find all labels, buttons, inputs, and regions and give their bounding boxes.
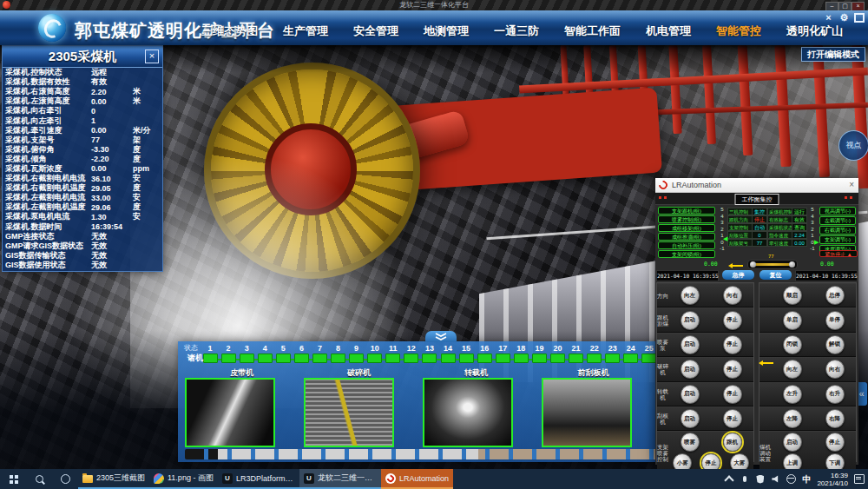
control-button[interactable]: 停止 bbox=[825, 433, 845, 452]
control-button[interactable]: 启动 bbox=[681, 360, 700, 379]
start-button[interactable] bbox=[0, 469, 26, 489]
channel-indicator[interactable]: 5 bbox=[275, 344, 291, 367]
control-button[interactable]: 停止 bbox=[723, 335, 742, 354]
control-button[interactable]: 启动 bbox=[681, 385, 700, 404]
control-button[interactable]: 左升 bbox=[783, 385, 802, 404]
gear-icon[interactable]: ⚙ bbox=[838, 12, 850, 23]
close-icon[interactable]: × bbox=[145, 50, 159, 63]
lr-titlebar[interactable]: LRAutomation × bbox=[655, 178, 858, 193]
channel-indicator[interactable]: 23 bbox=[605, 344, 621, 367]
camera-thumbnail[interactable] bbox=[185, 378, 275, 447]
cortana-button[interactable] bbox=[52, 469, 78, 489]
taskbar-app[interactable]: 2305三维截图 bbox=[78, 469, 149, 489]
edit-mode-button[interactable]: 打开编辑模式 bbox=[801, 47, 865, 62]
channel-indicator[interactable]: 1 bbox=[202, 344, 218, 367]
channel-indicator[interactable]: 14 bbox=[440, 344, 456, 367]
nav-item[interactable]: 生产管理 bbox=[283, 23, 328, 41]
control-button[interactable]: 启动 bbox=[681, 409, 700, 428]
nav-item[interactable]: 安全管理 bbox=[353, 23, 398, 41]
control-button[interactable]: 左降 bbox=[783, 409, 802, 428]
channel-indicator[interactable]: 3 bbox=[239, 344, 254, 367]
adjust-button[interactable]: 右截调节(-) bbox=[819, 226, 856, 235]
tab-workface-control[interactable]: 工作面集控 bbox=[735, 194, 779, 205]
network-tray-icon[interactable] bbox=[786, 473, 796, 486]
control-button[interactable]: 总停 bbox=[825, 286, 845, 305]
security-tray-icon[interactable] bbox=[755, 473, 765, 486]
control-button[interactable]: 右降 bbox=[825, 409, 845, 428]
volume-tray-icon[interactable] bbox=[771, 473, 780, 486]
group-button[interactable]: 成组移架(组) bbox=[658, 224, 715, 232]
control-button[interactable]: 单停 bbox=[825, 311, 845, 330]
control-button[interactable]: 右升 bbox=[825, 385, 845, 404]
estop-quick-button[interactable]: 急停 bbox=[722, 270, 754, 280]
channel-indicator[interactable]: 10 bbox=[367, 344, 383, 367]
panel-header[interactable]: 2305采煤机 × bbox=[3, 46, 162, 68]
taskbar-app[interactable]: 龙软二三维一体化... bbox=[299, 469, 381, 489]
channel-indicator[interactable]: 13 bbox=[422, 344, 437, 367]
shearer-position-widget[interactable] bbox=[747, 260, 798, 269]
tray-expand-button[interactable] bbox=[724, 473, 733, 486]
channel-indicator[interactable]: 21 bbox=[569, 344, 584, 367]
control-button[interactable]: 启动 bbox=[681, 311, 700, 330]
microphone-tray-icon[interactable] bbox=[740, 473, 749, 486]
control-button[interactable]: 顺启 bbox=[783, 286, 802, 305]
control-button[interactable]: 向右 bbox=[723, 286, 742, 305]
control-button[interactable]: 启动 bbox=[681, 335, 700, 354]
channel-indicator[interactable]: 22 bbox=[587, 344, 602, 367]
window-mode-icon[interactable] bbox=[854, 13, 865, 23]
control-button[interactable]: 喷雾 bbox=[681, 433, 700, 452]
group-button[interactable]: 自动补压(组) bbox=[658, 241, 715, 249]
channel-indicator[interactable]: 2 bbox=[220, 344, 236, 367]
nav-item[interactable]: 地测管理 bbox=[424, 23, 469, 41]
adjust-button[interactable]: 左截调节(-) bbox=[819, 216, 856, 225]
channel-indicator[interactable]: 20 bbox=[549, 344, 565, 367]
nav-item[interactable]: 透明化矿山 bbox=[786, 23, 843, 41]
channel-indicator[interactable]: 18 bbox=[513, 344, 529, 367]
channel-indicator[interactable]: 12 bbox=[404, 344, 419, 367]
nav-item[interactable]: 智能管控 bbox=[716, 23, 761, 41]
channel-indicator[interactable]: 9 bbox=[349, 344, 365, 367]
channel-indicator[interactable]: 11 bbox=[385, 344, 401, 367]
channel-indicator[interactable]: 7 bbox=[312, 344, 327, 367]
channel-indicator[interactable]: 19 bbox=[531, 344, 547, 367]
search-button[interactable] bbox=[26, 469, 52, 489]
reset-button[interactable]: 复位 bbox=[760, 270, 792, 280]
nav-item[interactable]: 三维态势图 bbox=[201, 23, 258, 41]
camera-thumbnail[interactable] bbox=[304, 378, 394, 447]
adjust-button[interactable]: 视高调节(-) bbox=[819, 207, 856, 215]
close-icon[interactable]: × bbox=[849, 178, 854, 192]
clock[interactable]: 16:39 2021/4/10 bbox=[817, 472, 848, 487]
channel-indicator[interactable]: 8 bbox=[331, 344, 346, 367]
nav-item[interactable]: 一通三防 bbox=[494, 23, 539, 41]
control-button[interactable]: 向右 bbox=[825, 360, 845, 379]
filmstrip-thumbnails[interactable] bbox=[185, 449, 658, 459]
group-button[interactable]: 支架跟机(组) bbox=[658, 207, 715, 215]
control-button[interactable]: 启动 bbox=[783, 433, 802, 452]
taskbar-app[interactable]: LRAutomation bbox=[381, 469, 453, 489]
control-button[interactable]: 解锁 bbox=[825, 335, 845, 354]
nav-item[interactable]: 机电管理 bbox=[646, 23, 691, 41]
ime-indicator[interactable]: 中 bbox=[802, 473, 811, 486]
group-button[interactable]: 喷雾控制(组) bbox=[658, 215, 715, 223]
adjust-button[interactable]: 支架调节(-) bbox=[819, 235, 856, 244]
taskbar-app[interactable]: 11.png - 画图 bbox=[149, 469, 218, 489]
control-button[interactable]: 单启 bbox=[783, 311, 802, 330]
group-button[interactable]: 支架闭锁(组) bbox=[658, 250, 715, 258]
camera-thumbnail[interactable] bbox=[542, 378, 632, 447]
tools-icon[interactable]: × bbox=[823, 12, 834, 23]
channel-indicator[interactable]: 6 bbox=[293, 344, 309, 367]
channel-indicator[interactable]: 24 bbox=[623, 344, 639, 367]
nav-item[interactable]: 智能工作面 bbox=[564, 23, 621, 41]
control-button[interactable]: 闭锁 bbox=[783, 335, 802, 354]
channel-indicator[interactable]: 15 bbox=[458, 344, 474, 367]
camera-thumbnail[interactable] bbox=[423, 378, 513, 447]
group-button[interactable]: 成组推溜(组) bbox=[658, 233, 715, 241]
control-button-selected[interactable]: 跟机 bbox=[723, 433, 742, 452]
channel-indicator[interactable]: 16 bbox=[477, 344, 492, 367]
control-button[interactable]: 停止 bbox=[723, 409, 742, 428]
control-button[interactable]: 停止 bbox=[723, 385, 742, 404]
control-button[interactable]: 停止 bbox=[723, 360, 742, 379]
channel-indicator[interactable]: 17 bbox=[495, 344, 510, 367]
taskbar-app[interactable]: LR3DPlatform - U... bbox=[218, 469, 299, 489]
control-button[interactable]: 停止 bbox=[723, 311, 742, 330]
